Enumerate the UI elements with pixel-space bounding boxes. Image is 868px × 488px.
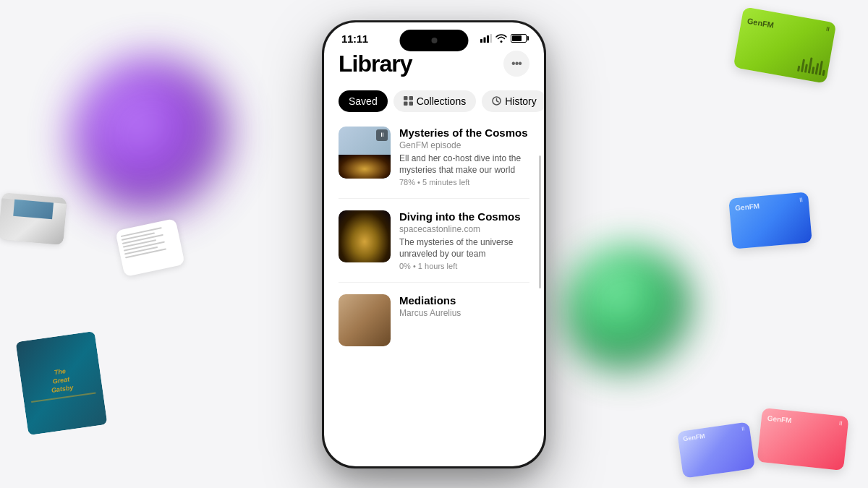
episode-thumb-1: GenFM ⏸: [339, 127, 391, 179]
genfm-bot2-label: GenFM: [683, 432, 706, 442]
genfm-mid-card: ll GenFM: [728, 192, 812, 249]
magazine-card: [0, 192, 67, 245]
genfm-mid-label: GenFM: [735, 202, 760, 212]
svg-rect-1: [484, 38, 486, 43]
battery-icon: [511, 34, 527, 43]
genfm-top-card: ll GenFM: [733, 7, 837, 83]
episode-title-1: Mysteries of the Cosmos: [399, 127, 529, 140]
status-time: 11:11: [341, 33, 368, 45]
scroll-indicator: [539, 155, 541, 288]
episode-meta-2: 0% • 1 hours left: [399, 262, 529, 270]
genfm-bot-card: ll GenFM: [757, 408, 848, 471]
genfm-bot-label: GenFM: [767, 414, 792, 424]
episode-item-2[interactable]: Diving into the Cosmos spacecastonline.c…: [339, 210, 529, 270]
episode-source-2: spacecastonline.com: [399, 224, 529, 234]
svg-rect-2: [487, 35, 489, 43]
page-title: Library: [339, 51, 412, 77]
episode-item[interactable]: GenFM ⏸ Mysteries of the Cosmos GenFM ep…: [339, 127, 529, 187]
tab-collections[interactable]: Collections: [393, 90, 476, 112]
status-icons: [480, 34, 527, 43]
tab-saved-label: Saved: [349, 95, 378, 107]
episode-source-1: GenFM episode: [399, 140, 529, 150]
paper-card: [115, 218, 185, 277]
island-dot: [431, 38, 437, 43]
tab-collections-label: Collections: [417, 95, 466, 107]
phone-shell: 11:11: [322, 20, 546, 468]
history-icon: [492, 96, 501, 106]
phone-screen: 11:11: [324, 22, 544, 466]
wifi-icon: [495, 34, 507, 43]
phone-device: 11:11: [322, 20, 546, 468]
episode-desc-2: The mysteries of the universe unraveled …: [399, 236, 529, 260]
pause-badge-1: ⏸: [376, 129, 388, 141]
app-header: Library •••: [339, 51, 529, 77]
signal-icon: [480, 34, 492, 43]
episode-title-2: Diving into the Cosmos: [399, 210, 529, 223]
tabs-row: Saved Collections: [339, 90, 529, 112]
svg-rect-3: [490, 34, 493, 43]
app-content: Library ••• Saved C: [324, 51, 544, 359]
episode-title-3: Mediations: [399, 294, 529, 307]
collections-icon: [404, 96, 413, 106]
divider-1: [339, 198, 529, 199]
dynamic-island: [400, 30, 469, 51]
purple-orb: [72, 58, 231, 217]
svg-rect-4: [404, 96, 408, 100]
svg-rect-0: [480, 39, 482, 43]
tab-history-label: History: [505, 95, 537, 107]
gatsby-card: TheGreatGatsby: [15, 331, 107, 435]
genfm-bot2-card: ll GenFM: [677, 421, 755, 478]
svg-rect-6: [404, 102, 408, 106]
episode-info-1: Mysteries of the Cosmos GenFM episode El…: [399, 127, 529, 187]
episode-meta-1: 78% • 5 minutes left: [399, 178, 529, 187]
tab-history[interactable]: History: [482, 90, 544, 112]
green-orb: [564, 246, 694, 376]
episode-source-3: Marcus Aurelius: [399, 308, 529, 318]
episode-thumb-2: [339, 210, 391, 262]
genfm-top-label: GenFM: [746, 17, 775, 30]
divider-2: [339, 282, 529, 283]
episode-info-2: Diving into the Cosmos spacecastonline.c…: [399, 210, 529, 270]
tab-saved[interactable]: Saved: [339, 90, 388, 112]
svg-rect-7: [409, 102, 413, 106]
status-bar: 11:11: [324, 22, 544, 51]
episode-desc-1: Ell and her co-host dive into the myster…: [399, 153, 529, 176]
episode-info-3: Mediations Marcus Aurelius: [399, 294, 529, 320]
svg-rect-5: [409, 96, 413, 100]
more-options-button[interactable]: •••: [503, 51, 529, 77]
episode-thumb-3: [339, 294, 391, 346]
episode-item-3[interactable]: Mediations Marcus Aurelius: [339, 294, 529, 346]
